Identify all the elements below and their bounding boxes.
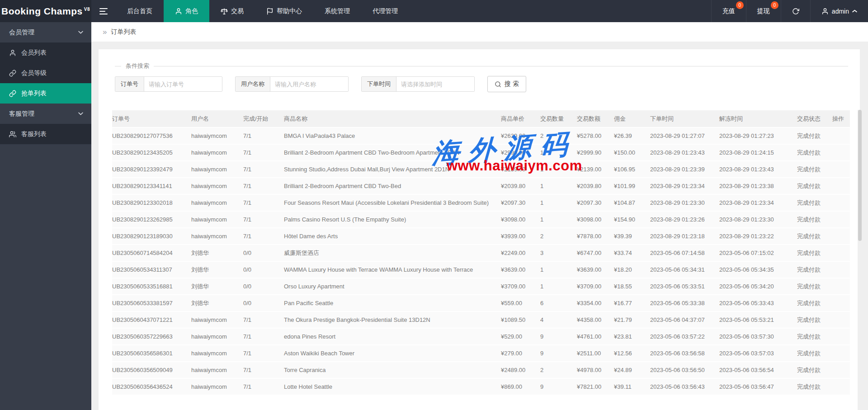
table-cell: 威廉斯堡酒店 [280, 245, 497, 261]
table-cell: UB2305060437071221 [112, 311, 188, 328]
refresh-icon [792, 8, 799, 15]
table-cell: ¥3639.00 [573, 261, 610, 278]
sidebar-group-label: 会员管理 [9, 28, 34, 37]
sidebar-group-service-manage[interactable]: 客服管理 [0, 104, 91, 124]
table-cell: Aston Waikiki Beach Tower [280, 345, 497, 362]
nav-item-home[interactable]: 后台首页 [116, 0, 164, 22]
table-cell: ¥2489.00 [497, 362, 537, 378]
table-cell: ¥150.00 [610, 144, 646, 161]
table-cell: 2023-05-06 03:56:43 [646, 378, 716, 395]
table-cell: 7/1 [240, 161, 280, 178]
sidebar-group-member-manage[interactable]: 会员管理 [0, 22, 91, 42]
table-row: UB2305060356586301haiwaiymcom7/1Aston Wa… [112, 345, 850, 362]
search-button-label: 搜 索 [505, 80, 519, 88]
admin-user-menu[interactable]: admin [810, 0, 868, 22]
table-cell: ¥3354.00 [573, 295, 610, 311]
table-cell: UB2308290127077536 [112, 127, 188, 144]
column-header: 商品名称 [280, 110, 497, 127]
order-time-input[interactable] [396, 77, 474, 91]
table-row: UB2305060357229663haiwaiymcom7/1edona Pi… [112, 328, 850, 345]
table-cell: haiwaiymcom [188, 362, 240, 378]
table-cell: ¥2999.90 [497, 144, 537, 161]
table-cell [829, 345, 850, 362]
sidebar-item-order-grab-list[interactable]: 抢单列表 [0, 83, 91, 104]
search-button[interactable]: 搜 索 [487, 76, 526, 92]
sidebar-item-label: 客服列表 [21, 130, 47, 138]
filter-label-username: 用户名称 [236, 77, 270, 91]
table-cell: 7/1 [240, 311, 280, 328]
filter-label-order-time: 下单时间 [362, 77, 396, 91]
column-header: 商品单价 [497, 110, 537, 127]
table-cell: 1 [537, 178, 573, 194]
column-header: 解冻时间 [716, 110, 793, 127]
table-cell: ¥2097.30 [573, 194, 610, 211]
table-cell: 2023-05-06 05:53:21 [716, 311, 793, 328]
nav-item-help[interactable]: 帮助中心 [255, 0, 313, 22]
table-cell: 9 [537, 345, 573, 362]
nav-item-system[interactable]: 系统管理 [313, 0, 361, 22]
recharge-badge: 0 [736, 1, 744, 9]
table-cell: ¥2139.00 [497, 161, 537, 178]
username-input[interactable] [270, 77, 348, 91]
column-header: 交易状态 [793, 110, 829, 127]
nav-item-agent[interactable]: 代理管理 [361, 0, 409, 22]
vertical-scrollbar[interactable] [858, 110, 862, 410]
user-icon [175, 8, 182, 15]
table-row: UB2305060356436524haiwaiymcom7/1Lotte Ho… [112, 378, 850, 395]
table-cell: ¥4358.00 [573, 311, 610, 328]
table-cell: 完成付款 [793, 345, 829, 362]
table-cell [829, 228, 850, 245]
table-cell: 完成付款 [793, 311, 829, 328]
table-cell: haiwaiymcom [188, 161, 240, 178]
table-cell: ¥12.56 [610, 345, 646, 362]
table-cell: UB2305060533516881 [112, 278, 188, 295]
table-cell: 2023-08-29 01:24:15 [716, 144, 793, 161]
table-cell: ¥559.00 [497, 295, 537, 311]
table-cell: 7/1 [240, 211, 280, 228]
column-header: 操作 [829, 110, 850, 127]
table-cell: UB2305060357229663 [112, 328, 188, 345]
table-cell: UB2308290123341141 [112, 178, 188, 194]
order-no-input[interactable] [144, 77, 222, 91]
table-cell [829, 311, 850, 328]
table-cell: 完成付款 [793, 278, 829, 295]
table-cell: 2023-05-06 03:57:30 [716, 328, 793, 345]
table-cell: ¥5278.00 [573, 127, 610, 144]
table-cell: haiwaiymcom [188, 345, 240, 362]
withdraw-button[interactable]: 提现 0 [746, 0, 781, 22]
chevron-down-icon [78, 112, 83, 115]
table-cell: ¥6747.00 [573, 245, 610, 261]
table-cell: haiwaiymcom [188, 328, 240, 345]
table-cell: UB2305060356509049 [112, 362, 188, 378]
table-row: UB2308290123262985haiwaiymcom7/1Palms Ca… [112, 211, 850, 228]
table-cell: ¥2249.00 [497, 245, 537, 261]
nav-item-role[interactable]: 角色 [164, 0, 209, 22]
sidebar-toggle-button[interactable] [91, 0, 116, 22]
table-cell: 完成付款 [793, 178, 829, 194]
refresh-button[interactable] [781, 0, 810, 22]
table-cell: 2 [537, 362, 573, 378]
filter-group-username: 用户名称 [235, 76, 349, 92]
nav-item-trade[interactable]: 交易 [209, 0, 255, 22]
table-row: UB2305060356509049haiwaiymcom7/1Torre Ca… [112, 362, 850, 378]
table-cell: ¥2999.90 [573, 144, 610, 161]
sidebar-item-member-level[interactable]: 会员等级 [0, 63, 91, 83]
table-cell: 2023-05-06 07:14:58 [646, 245, 716, 261]
main-area: » 订单列表 条件搜索 订单号用户名称下单时间 搜 索 [91, 22, 868, 410]
recharge-button[interactable]: 充值 0 [711, 0, 746, 22]
sidebar-item-service-list[interactable]: 客服列表 [0, 124, 91, 144]
table-cell: 完成付款 [793, 295, 829, 311]
table-cell: BMGA l ViaPaola43 Palace [280, 127, 497, 144]
table-cell: haiwaiymcom [188, 144, 240, 161]
scrollbar-thumb[interactable] [858, 110, 862, 241]
table-cell: UB2305060533381597 [112, 295, 188, 311]
table-row: UB2308290123435205haiwaiymcom7/1Brillian… [112, 144, 850, 161]
sidebar-item-member-list[interactable]: 会员列表 [0, 42, 91, 63]
orders-table-head: 订单号用户名完成/开始商品名称商品单价交易数量交易数额佣金下单时间解冻时间交易状… [112, 110, 850, 127]
page-title: 订单列表 [111, 28, 136, 36]
table-cell [829, 161, 850, 178]
table-cell: 2023-05-06 03:56:58 [646, 345, 716, 362]
table-cell: Hôtel Dame des Arts [280, 228, 497, 245]
table-cell: 7/1 [240, 144, 280, 161]
table-cell: 2023-05-06 05:34:20 [716, 278, 793, 295]
